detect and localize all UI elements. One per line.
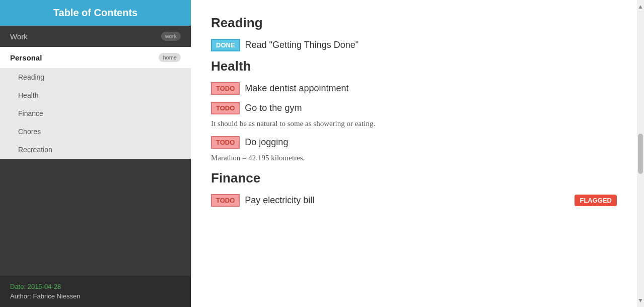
task-text: Go to the gym (245, 103, 302, 113)
sidebar-subsections: Reading Health Finance Chores Recreation (0, 68, 191, 159)
sidebar-item-personal-label: Personal (10, 53, 42, 62)
task-left: TODO Make dentist appointment (211, 82, 348, 95)
task-text: Pay electricity bill (245, 195, 314, 206)
task-row: TODO Do jogging (211, 136, 617, 149)
task-left: TODO Go to the gym (211, 102, 302, 114)
task-row: TODO Pay electricity bill FLAGGED (211, 194, 617, 207)
sidebar-sub-item-health[interactable]: Health (0, 86, 191, 104)
badge-done: DONE (211, 39, 240, 51)
sidebar-item-personal[interactable]: Personal home (0, 47, 191, 68)
task-row: DONE Read "Getting Things Done" (211, 39, 617, 51)
badge-todo: TODO (211, 82, 240, 95)
sidebar-badge-work: work (161, 32, 181, 41)
scroll-thumb[interactable] (638, 134, 643, 174)
task-text: Read "Getting Things Done" (245, 40, 359, 50)
task-left: TODO Do jogging (211, 136, 288, 149)
badge-flagged: FLAGGED (575, 195, 617, 206)
section-heading-finance: Finance (211, 170, 617, 186)
sidebar-header: Table of Contents (0, 0, 191, 26)
task-note-jogging: Marathon = 42.195 kilometres. (211, 154, 617, 162)
task-left: TODO Pay electricity bill (211, 194, 314, 207)
sidebar-sub-item-finance[interactable]: Finance (0, 104, 191, 122)
sidebar-item-work-label: Work (10, 32, 28, 41)
footer-author: Author: Fabrice Niessen (10, 292, 181, 300)
sidebar-nav: Work work Personal home Reading Health F… (0, 26, 191, 276)
task-text: Make dentist appointment (245, 83, 348, 94)
badge-todo: TODO (211, 194, 240, 207)
sidebar-item-work[interactable]: Work work (0, 26, 191, 47)
scrollbar[interactable]: ▲ ▼ (637, 0, 644, 307)
scroll-up-arrow[interactable]: ▲ (637, 2, 644, 11)
sidebar-title: Table of Contents (10, 7, 181, 19)
task-note-gym: It should be as natural to some as showe… (211, 119, 617, 128)
sidebar: Table of Contents Work work Personal hom… (0, 0, 191, 307)
task-row: TODO Make dentist appointment (211, 82, 617, 95)
section-heading-health: Health (211, 58, 617, 74)
sidebar-sub-item-chores[interactable]: Chores (0, 122, 191, 141)
badge-todo: TODO (211, 102, 240, 114)
badge-todo: TODO (211, 136, 240, 149)
task-left: DONE Read "Getting Things Done" (211, 39, 359, 51)
footer-date: Date: 2015-04-28 (10, 283, 181, 290)
task-text: Do jogging (245, 137, 288, 148)
sidebar-badge-personal: home (159, 53, 181, 62)
main-content: Reading DONE Read "Getting Things Done" … (191, 0, 637, 307)
task-row: TODO Go to the gym (211, 102, 617, 114)
sidebar-footer: Date: 2015-04-28 Author: Fabrice Niessen (0, 276, 191, 307)
sidebar-sub-item-recreation[interactable]: Recreation (0, 141, 191, 159)
sidebar-sub-item-reading[interactable]: Reading (0, 68, 191, 86)
scroll-down-arrow[interactable]: ▼ (637, 296, 644, 305)
section-heading-reading: Reading (211, 15, 617, 31)
